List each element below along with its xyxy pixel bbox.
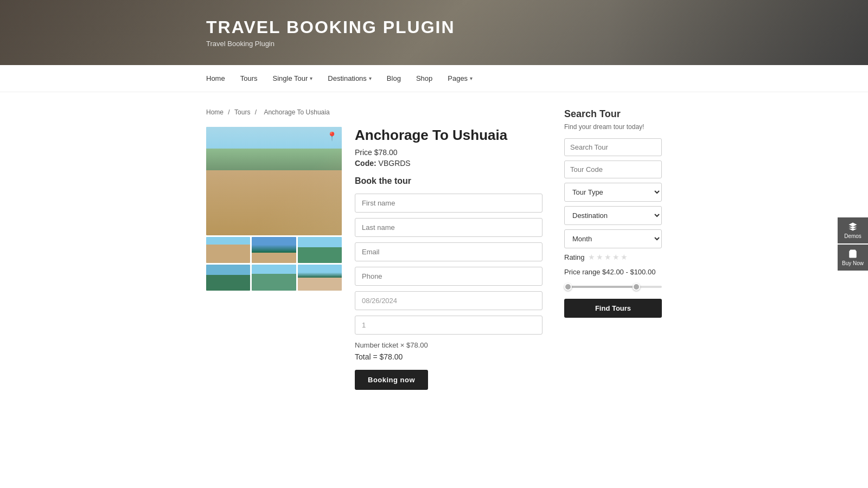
left-column: Home / Tours / Anchorage To Ushuaia 📍 [206,108,542,390]
hero-content: TRAVEL BOOKING PLUGIN Travel Booking Plu… [206,17,455,48]
breadcrumb-tours[interactable]: Tours [234,108,250,116]
star-4[interactable]: ★ [612,253,620,261]
thumbnail-1[interactable] [206,237,250,263]
thumbnail-4[interactable] [206,265,250,291]
search-title: Search Tour [564,108,662,120]
search-panel: Search Tour Find your dream tour today! … [564,108,662,318]
breadcrumb-sep-2: / [255,108,259,116]
thumbnail-2[interactable] [252,237,296,263]
tour-title: Anchorage To Ushuaia [355,127,542,144]
breadcrumb-home[interactable]: Home [206,108,224,116]
rating-label: Rating [564,253,585,261]
nav-home[interactable]: Home [206,74,225,82]
buy-now-button[interactable]: Buy Now [838,245,868,271]
star-1[interactable]: ★ [588,253,595,261]
destination-select[interactable]: Destination Europe Asia Americas Africa [564,206,662,225]
tour-type-select[interactable]: Tour Type Adventure Cultural Relaxation [564,183,662,202]
phone-input[interactable] [355,267,542,286]
rating-filter: Rating ★ ★ ★ ★ ★ [564,253,662,261]
thumbnail-3[interactable] [298,237,342,263]
tour-code-value: VBGRDS [379,159,411,168]
nav-shop[interactable]: Shop [416,74,432,82]
range-handle-left[interactable] [564,283,572,291]
gallery-thumbnails [206,237,342,291]
breadcrumb-current: Anchorage To Ushuaia [264,108,329,116]
price-range-slider[interactable] [564,281,662,292]
tour-price: Price $78.00 [355,148,542,157]
demos-button[interactable]: Demos [838,217,868,243]
range-track [564,286,662,288]
tour-main-section: 📍 Anchorage To Ushuaia Price $78.00 [206,127,542,390]
last-name-input[interactable] [355,218,542,237]
date-input[interactable] [355,291,542,310]
gallery-main-image[interactable]: 📍 [206,127,342,235]
ticket-info: Number ticket × $78.00 [355,341,542,349]
search-subtitle: Find your dream tour today! [564,123,662,131]
nav-destinations[interactable]: Destinations ▾ [328,74,372,82]
search-tour-input[interactable] [564,138,662,156]
book-section-title: Book the tour [355,176,542,186]
thumbnail-5[interactable] [252,265,296,291]
layers-icon [848,222,858,232]
price-range-label: Price range $42.00 - $100.00 [564,268,662,276]
page-content: Home / Tours / Anchorage To Ushuaia 📍 [0,92,868,406]
star-rating[interactable]: ★ ★ ★ ★ ★ [588,253,628,261]
star-5[interactable]: ★ [621,253,628,261]
hero-section: TRAVEL BOOKING PLUGIN Travel Booking Plu… [0,0,868,65]
map-pin-icon: 📍 [327,131,337,142]
image-overlay [206,127,342,235]
first-name-input[interactable] [355,194,542,213]
star-3[interactable]: ★ [604,253,611,261]
breadcrumb: Home / Tours / Anchorage To Ushuaia [206,108,542,116]
range-handle-right[interactable] [633,283,640,291]
breadcrumb-sep-1: / [228,108,232,116]
range-fill [564,286,633,288]
nav-tours[interactable]: Tours [240,74,258,82]
month-select[interactable]: Month January February March April May J… [564,229,662,248]
star-2[interactable]: ★ [596,253,603,261]
thumbnail-6[interactable] [298,265,342,291]
site-title: TRAVEL BOOKING PLUGIN [206,17,455,37]
tour-code-input[interactable] [564,160,662,178]
chevron-down-icon: ▾ [310,75,312,81]
tour-gallery: 📍 [206,127,342,291]
booking-button[interactable]: Booking now [355,370,428,390]
total-info: Total = $78.00 [355,352,542,361]
tour-price-value: $78.00 [374,148,398,157]
tour-detail: Anchorage To Ushuaia Price $78.00 Code: … [355,127,542,390]
tour-code: Code: VBGRDS [355,159,542,168]
nav-blog[interactable]: Blog [387,74,401,82]
quantity-input[interactable] [355,316,542,335]
nav-single-tour[interactable]: Single Tour ▾ [272,74,312,82]
nav-pages[interactable]: Pages ▾ [448,74,473,82]
email-input[interactable] [355,242,542,261]
find-tours-button[interactable]: Find Tours [564,299,662,318]
main-nav: Home Tours Single Tour ▾ Destinations ▾ … [0,65,868,92]
site-subtitle: Travel Booking Plugin [206,40,455,48]
chevron-down-icon: ▾ [369,75,372,81]
floating-action-buttons: Demos Buy Now [838,217,868,271]
chevron-down-icon: ▾ [470,75,473,81]
cart-icon [848,249,858,259]
